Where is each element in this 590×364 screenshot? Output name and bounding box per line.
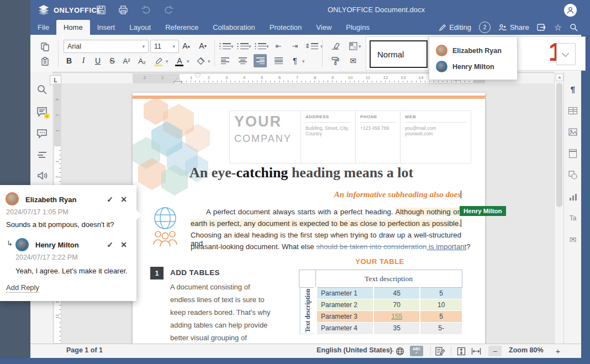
tab-home[interactable]: Home (56, 20, 90, 35)
clear-style-button[interactable] (329, 39, 342, 52)
mail-merge-button[interactable]: ✉ (346, 54, 360, 67)
tab-collaboration[interactable]: Collaboration (206, 20, 262, 35)
scrollbar-thumb[interactable] (556, 83, 562, 207)
zoom-out-button[interactable]: − (488, 346, 502, 356)
search-icon[interactable] (36, 84, 48, 95)
multilevel-list-arrow[interactable]: ▾ (266, 44, 269, 49)
copy-icon[interactable] (38, 40, 51, 53)
align-center-button[interactable] (236, 54, 249, 67)
vertical-scrollbar[interactable] (554, 72, 563, 344)
open-file-location-button[interactable] (537, 23, 546, 31)
mail-merge-settings-icon[interactable]: ✉ (568, 235, 578, 245)
font-name-select[interactable]: Arial▾ (64, 40, 149, 53)
scroll-up-button[interactable] (556, 73, 563, 81)
search-button[interactable] (570, 23, 578, 31)
close-comment-button[interactable]: ✕ (119, 195, 128, 204)
add-reply-button[interactable]: Add Reply (6, 283, 39, 293)
multilevel-list-button[interactable] (254, 39, 267, 52)
copy-style-button[interactable] (329, 54, 342, 67)
document-page[interactable]: YOUR COMPANY ADDRESS Building, Street, C… (133, 93, 485, 344)
increase-indent-button[interactable]: ⇥ (288, 39, 302, 52)
page-count-label[interactable]: Page 1 of 1 (66, 346, 103, 354)
decrease-indent-button[interactable]: ⇤ (272, 39, 285, 52)
font-color-button[interactable]: A (173, 54, 186, 67)
close-comment-button[interactable]: ✕ (119, 240, 128, 249)
grow-font-button[interactable]: A▴ (180, 39, 193, 52)
theme-arrow[interactable]: ▾ (359, 44, 361, 49)
paragraph-shading-button[interactable] (194, 54, 207, 67)
table-settings-icon[interactable] (568, 105, 578, 115)
tab-file[interactable]: File (30, 20, 56, 35)
bullet-list-arrow[interactable]: ▾ (231, 44, 234, 49)
redo-button[interactable] (140, 4, 152, 16)
header-footer-settings-icon[interactable] (568, 149, 578, 159)
strikeout-button[interactable]: S (106, 54, 119, 67)
feedback-icon[interactable] (36, 170, 48, 181)
bullet-list-button[interactable] (218, 39, 231, 52)
highlight-color-button[interactable] (152, 54, 165, 67)
bold-button[interactable]: B (62, 54, 76, 67)
underline-button[interactable]: U (91, 54, 104, 67)
superscript-button[interactable]: A² (120, 54, 133, 67)
resolve-comment-button[interactable]: ✓ (106, 240, 114, 249)
font-color-arrow[interactable]: ▾ (187, 59, 189, 64)
ruler-number: 3 (224, 75, 229, 80)
shading-arrow[interactable]: ▾ (208, 59, 210, 64)
comments-icon[interactable]: = (36, 106, 48, 117)
paste-icon[interactable] (38, 55, 51, 68)
document-language-icon[interactable] (396, 347, 404, 356)
zoom-in-button[interactable]: + (551, 346, 565, 356)
editing-mode-button[interactable]: Editing (439, 23, 471, 31)
account-avatar[interactable] (564, 4, 577, 17)
tab-reference[interactable]: Reference (158, 20, 206, 35)
fit-page-button[interactable] (457, 347, 466, 356)
track-changes-button[interactable] (435, 347, 445, 356)
first-line-indent-marker[interactable] (195, 74, 201, 78)
nonprinting-characters-button[interactable]: ¶ (288, 54, 302, 67)
connected-users-button[interactable]: 2 (479, 22, 491, 33)
align-right-button[interactable] (254, 54, 267, 67)
subscript-button[interactable]: A₂ (135, 54, 149, 67)
language-select[interactable]: English (United States) (317, 346, 392, 354)
align-left-button[interactable] (218, 54, 231, 67)
line-spacing-button[interactable]: ⇕ (305, 39, 318, 52)
tab-plugins[interactable]: Plugins (339, 20, 377, 35)
status-bar: Page 1 of 1 English (United States) ABC✓… (30, 344, 581, 358)
font-size-select[interactable]: 11▾ (150, 40, 179, 53)
print-button[interactable] (117, 4, 129, 16)
font-name-value: Arial (67, 43, 81, 50)
undo-button[interactable] (162, 4, 175, 16)
ruler-number: 7 (294, 75, 300, 80)
tab-layout[interactable]: Layout (122, 20, 158, 35)
tab-protection[interactable]: Protection (262, 20, 309, 35)
user-list-item[interactable]: Elizabeth Ryan (436, 43, 517, 59)
navigation-icon[interactable] (36, 149, 48, 160)
numbered-list-button[interactable] (236, 39, 249, 52)
nonprinting-arrow[interactable]: ▾ (302, 59, 305, 64)
chart-settings-icon[interactable] (568, 192, 578, 202)
shrink-font-button[interactable]: A▾ (196, 39, 209, 52)
shape-settings-icon[interactable] (568, 170, 578, 180)
numbered-list-arrow[interactable]: ▾ (249, 44, 251, 49)
resolve-comment-button[interactable]: ✓ (106, 195, 114, 204)
highlight-color-arrow[interactable]: ▾ (166, 59, 168, 64)
save-button[interactable] (95, 4, 107, 16)
style-normal[interactable]: Normal (370, 40, 428, 68)
zoom-value-label[interactable]: Zoom 80% (509, 346, 544, 354)
chat-icon[interactable] (36, 128, 48, 139)
fit-width-button[interactable] (471, 347, 481, 356)
favorite-star-button[interactable]: ☆ (554, 23, 562, 32)
italic-button[interactable]: I (77, 54, 90, 67)
user-list-item[interactable]: Henry Milton (436, 59, 517, 75)
text-art-settings-icon[interactable]: Ta (568, 213, 578, 223)
align-justify-button[interactable] (272, 54, 285, 67)
interface-theme-button[interactable] (346, 39, 360, 52)
image-settings-icon[interactable] (568, 127, 578, 137)
paragraph-settings-icon[interactable]: ¶ (568, 84, 578, 94)
spell-checking-button[interactable]: ABC✓ (410, 346, 423, 356)
tab-view[interactable]: View (309, 20, 339, 35)
tab-insert[interactable]: Insert (90, 20, 123, 35)
ruler-number: 11 (365, 75, 371, 80)
styles-gallery-expand-button[interactable] (556, 43, 576, 65)
share-button[interactable]: Share (498, 23, 529, 31)
